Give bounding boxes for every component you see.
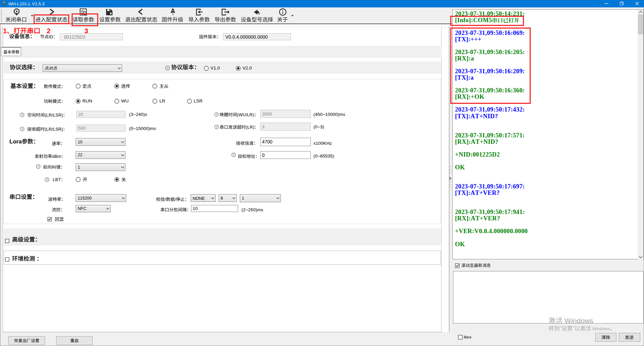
svg-text:8: 8 — [221, 196, 223, 201]
svg-text:RUN: RUN — [82, 98, 92, 103]
svg-text:2: 2 — [47, 27, 50, 35]
svg-text:ID: ID — [49, 34, 53, 39]
svg-text:4700: 4700 — [262, 139, 272, 144]
svg-text:1: 1 — [3, 27, 7, 35]
svg-text:NFC: NFC — [78, 206, 86, 211]
svg-text:001225D2: 001225D2 — [64, 34, 86, 39]
svg-text:(2~250)ms: (2~250)ms — [241, 207, 263, 212]
svg-text:V2.0: V2.0 — [242, 66, 252, 71]
svg-text:?: ? — [233, 153, 234, 157]
svg-text:Windows: Windows — [591, 326, 610, 331]
svg-text:(0~3): (0~3) — [313, 124, 324, 129]
svg-text:NONE: NONE — [193, 196, 205, 201]
svg-text:?: ? — [216, 113, 218, 116]
svg-text:LR: LR — [159, 98, 165, 103]
svg-text:Hex: Hex — [464, 335, 472, 340]
svg-text:(LR/LSR): (LR/LSR) — [44, 112, 63, 117]
svg-text:?: ? — [216, 125, 218, 128]
svg-text:115200: 115200 — [78, 196, 92, 201]
svg-text:Lora: Lora — [9, 138, 22, 145]
svg-text:Windows: Windows — [563, 317, 593, 325]
svg-text:“: “ — [560, 325, 562, 331]
svg-text:(0~65535): (0~65535) — [313, 154, 334, 159]
svg-text:(3~240)s: (3~240)s — [129, 112, 147, 117]
svg-text:[RX]:AT+VER?: [RX]:AT+VER? — [455, 215, 500, 222]
svg-text:V1.0: V1.0 — [211, 66, 220, 71]
svg-text:LSR: LSR — [194, 98, 202, 103]
svg-text:(450~10000)ms: (450~10000)ms — [313, 112, 345, 117]
svg-text:/: / — [175, 197, 176, 202]
svg-text:?: ? — [166, 67, 168, 70]
svg-text:(LR/LSR): (LR/LSR) — [44, 126, 63, 131]
svg-text:3: 3 — [262, 124, 265, 129]
svg-text:WH-L101-L V1.5.3: WH-L101-L V1.5.3 — [8, 1, 45, 6]
svg-text:OK: OK — [455, 241, 465, 248]
svg-text:2000: 2000 — [262, 112, 272, 117]
svg-text:?: ? — [21, 127, 23, 131]
svg-text:+VER:V0.0.4.000000.0000: +VER:V0.0.4.000000.0000 — [455, 228, 528, 235]
svg-text:?: ? — [21, 113, 23, 117]
svg-text:?: ? — [46, 178, 48, 181]
svg-text:[TX]:AT+VER?: [TX]:AT+VER? — [455, 190, 500, 197]
svg-text:LBT: LBT — [53, 177, 61, 182]
svg-text:[RX]:AT+NID?: [RX]:AT+NID? — [455, 138, 498, 145]
svg-text:?: ? — [37, 165, 39, 168]
svg-text:1: 1 — [242, 196, 244, 201]
svg-text:dBm: dBm — [52, 154, 61, 159]
svg-text:OK: OK — [455, 164, 465, 171]
svg-text:500: 500 — [78, 126, 86, 131]
svg-text:1: 1 — [78, 165, 80, 170]
svg-text:+NID:001225D2: +NID:001225D2 — [455, 151, 500, 158]
svg-text:WU: WU — [121, 98, 128, 103]
svg-text:V0.0.4.000000.0000: V0.0.4.000000.0000 — [225, 34, 268, 39]
svg-text:20: 20 — [78, 112, 83, 117]
svg-text:22: 22 — [78, 153, 82, 157]
svg-text:[TX]:AT+NID?: [TX]:AT+NID? — [455, 113, 498, 120]
svg-text:(LR): (LR) — [245, 124, 254, 129]
svg-text:”: ” — [572, 325, 574, 331]
svg-text:10: 10 — [78, 140, 82, 144]
svg-text:x100KHz: x100KHz — [313, 141, 332, 146]
svg-text:/: / — [165, 197, 166, 202]
svg-text:(WU/LR): (WU/LR) — [237, 112, 254, 117]
svg-text:10: 10 — [193, 206, 198, 211]
svg-text:(0~15000)ms: (0~15000)ms — [129, 126, 156, 131]
svg-text:0: 0 — [262, 153, 265, 158]
